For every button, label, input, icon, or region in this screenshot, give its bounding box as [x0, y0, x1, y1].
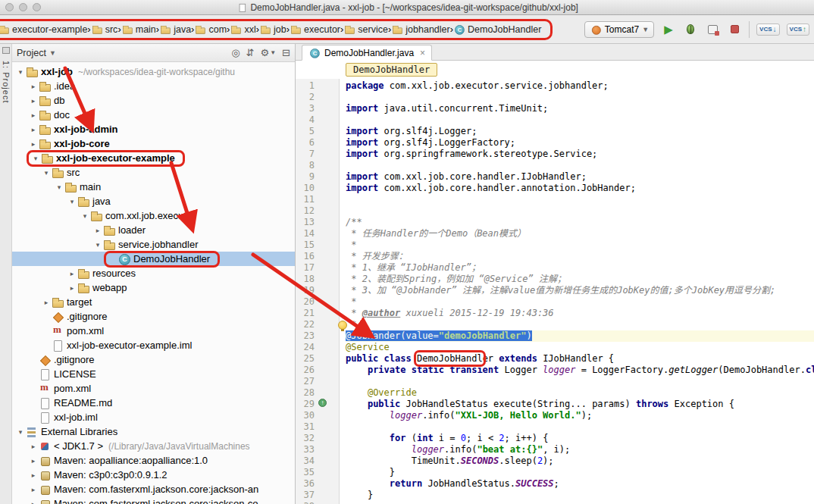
breadcrumb-item-jobhandler[interactable]: jobhandler — [391, 23, 449, 36]
line-number[interactable]: 29 — [296, 399, 315, 410]
tree-item-gitignore[interactable]: .gitignore — [12, 352, 295, 367]
tree-item-src[interactable]: ▾src — [12, 165, 295, 180]
vcs-update-button[interactable]: VCS ↓ — [756, 23, 779, 36]
line-number[interactable]: 28 — [296, 387, 315, 399]
expanded-arrow-icon[interactable]: ▾ — [67, 198, 77, 205]
line-number[interactable]: 30 — [296, 410, 315, 421]
breadcrumb-item-demojobhandler[interactable]: DemoJobHandler — [453, 23, 541, 36]
line-number[interactable]: 1 — [296, 80, 315, 92]
code-lines[interactable]: package com.xxl.job.executor.service.job… — [340, 79, 814, 504]
line-number[interactable]: 10 — [296, 183, 315, 194]
tree-item-webapp[interactable]: ▸webapp — [12, 280, 295, 295]
tree-item-db[interactable]: ▸db — [12, 93, 295, 108]
window-controls[interactable] — [5, 3, 41, 11]
tree-item-idea[interactable]: ▸.idea — [12, 79, 295, 93]
breadcrumb-item-java[interactable]: java — [159, 23, 191, 36]
expanded-arrow-icon[interactable]: ▾ — [41, 169, 52, 177]
line-number[interactable]: 8 — [296, 160, 315, 171]
tab-demojobhandler[interactable]: DemoJobHandler.java × — [302, 45, 432, 61]
tree-item-external-libraries[interactable]: ▾External Libraries — [12, 424, 295, 439]
line-number[interactable]: 3 — [296, 103, 315, 114]
line-number[interactable]: 2 — [296, 92, 315, 103]
minimize-window-icon[interactable] — [19, 3, 27, 11]
breadcrumb-item-service[interactable]: service — [343, 23, 388, 36]
tool-window-icon[interactable] — [2, 47, 10, 54]
line-number[interactable]: 18 — [296, 274, 315, 285]
collapsed-arrow-icon[interactable]: ▸ — [67, 284, 77, 292]
line-number[interactable]: 17 — [296, 262, 315, 274]
line-number[interactable]: 35 — [296, 467, 315, 478]
tree-item-license[interactable]: LICENSE — [12, 367, 295, 381]
zoom-window-icon[interactable] — [33, 3, 41, 11]
tree-item-loader[interactable]: ▸loader — [12, 223, 295, 237]
breadcrumb-item-src[interactable]: src — [91, 23, 118, 36]
tree-item-xxl-job-executor-example[interactable]: ▾xxl-job-executor-example — [12, 151, 295, 165]
expanded-arrow-icon[interactable]: ▾ — [80, 212, 90, 220]
collapsed-arrow-icon[interactable]: ▸ — [28, 111, 39, 119]
tree-item-maven-c3p0-c3p0-0-9-1-2[interactable]: ▸Maven: c3p0:c3p0:0.9.1.2 — [12, 468, 295, 482]
vcs-commit-button[interactable]: VCS ↑ — [787, 23, 809, 36]
tree-item-xxl-job[interactable]: ▾xxl-job~/workspaces/idea-git-workspace/… — [12, 64, 295, 79]
collapsed-arrow-icon[interactable]: ▸ — [28, 500, 39, 504]
tree-item-xxl-job-iml[interactable]: xxl-job.iml — [12, 410, 295, 424]
collapsed-arrow-icon[interactable]: ▸ — [67, 270, 77, 277]
line-number[interactable]: 14 — [296, 228, 315, 239]
line-number[interactable]: 15 — [296, 239, 315, 251]
tree-item-xxl-job-executor-example-iml[interactable]: xxl-job-executor-example.iml — [12, 338, 295, 352]
tree-item-xxl-job-core[interactable]: ▸xxl-job-core — [12, 136, 295, 151]
tree-item-resources[interactable]: ▸resources — [12, 266, 295, 280]
expanded-arrow-icon[interactable]: ▾ — [15, 428, 26, 436]
breadcrumb-item-executor-example[interactable]: executor-example — [0, 23, 87, 36]
line-number[interactable]: 4 — [296, 114, 315, 126]
tree-item-main[interactable]: ▾main — [12, 180, 295, 194]
collapsed-arrow-icon[interactable]: ▸ — [28, 486, 39, 493]
line-number[interactable]: 6 — [296, 137, 315, 149]
line-number[interactable]: 24 — [296, 342, 315, 353]
expanded-arrow-icon[interactable]: ▾ — [30, 155, 41, 162]
collapsed-arrow-icon[interactable]: ▸ — [92, 227, 103, 234]
line-number[interactable]: 32 — [296, 433, 315, 444]
project-tool-button[interactable]: 1: Project — [2, 61, 11, 103]
tree-item-demojobhandler[interactable]: DemoJobHandler — [12, 252, 295, 266]
line-number[interactable]: 21 — [296, 308, 315, 319]
line-number[interactable]: 37 — [296, 490, 315, 501]
collapsed-arrow-icon[interactable]: ▸ — [28, 126, 39, 133]
collapsed-arrow-icon[interactable]: ▸ — [28, 443, 39, 450]
tree-item-readme-md[interactable]: README.md — [12, 396, 295, 410]
locate-icon[interactable]: ◎ — [231, 47, 240, 58]
line-number[interactable]: 7 — [296, 149, 315, 160]
line-number[interactable]: 23 — [296, 330, 315, 342]
line-number[interactable]: 16 — [296, 251, 315, 262]
tree-item-pom-xml[interactable]: pom.xml — [12, 381, 295, 396]
run-button[interactable]: ▶ — [661, 22, 676, 37]
tree-item-target[interactable]: ▸target — [12, 295, 295, 309]
collapsed-arrow-icon[interactable]: ▸ — [41, 299, 52, 306]
hide-panel-icon[interactable]: ⊟ — [282, 47, 290, 58]
tree-item-maven-aopalliance-aopalliance-1-0[interactable]: ▸Maven: aopalliance:aopalliance:1.0 — [12, 453, 295, 468]
code-editor[interactable]: 1234567891011121314151617181920212223242… — [296, 79, 814, 504]
line-number[interactable]: 27 — [296, 376, 315, 387]
tree-item-java[interactable]: ▾java — [12, 194, 295, 208]
line-number[interactable]: 38 — [296, 501, 315, 504]
tree-item-com-xxl-job-executor[interactable]: ▾com.xxl.job.executor — [12, 208, 295, 223]
run-configuration-select[interactable]: Tomcat7 ▼ — [584, 21, 654, 38]
line-number[interactable]: 25 — [296, 353, 315, 365]
line-number[interactable]: 19 — [296, 285, 315, 296]
tree-item-doc[interactable]: ▸doc — [12, 108, 295, 122]
collapsed-arrow-icon[interactable]: ▸ — [28, 97, 39, 105]
tree-item-pom-xml[interactable]: pom.xml — [12, 324, 295, 338]
editor-gutter[interactable]: 1234567891011121314151617181920212223242… — [296, 79, 340, 504]
line-number[interactable]: 13 — [296, 217, 315, 228]
line-number[interactable]: 9 — [296, 171, 315, 183]
collapsed-arrow-icon[interactable]: ▸ — [28, 457, 39, 465]
collapse-all-icon[interactable]: ⇵ — [246, 47, 255, 58]
expanded-arrow-icon[interactable]: ▾ — [15, 68, 26, 76]
tree-item-maven-com-fasterxml-jackson-core-jackson-co[interactable]: ▸Maven: com.fasterxml.jackson.core:jacks… — [12, 496, 295, 504]
close-tab-icon[interactable]: × — [420, 48, 425, 58]
line-number[interactable]: 36 — [296, 478, 315, 490]
expanded-arrow-icon[interactable]: ▾ — [92, 241, 103, 249]
tree-item-gitignore[interactable]: .gitignore — [12, 309, 295, 324]
collapsed-arrow-icon[interactable]: ▸ — [28, 471, 39, 479]
project-view-selector[interactable]: Project ▼ — [17, 48, 56, 58]
tree-item-service-jobhandler[interactable]: ▾service.jobhandler — [12, 237, 295, 252]
